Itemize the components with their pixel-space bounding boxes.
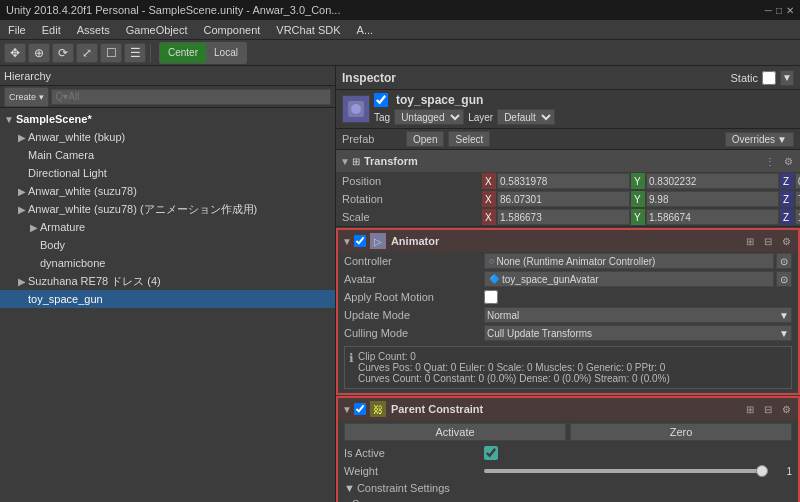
pc-enabled-checkbox[interactable]: [354, 403, 366, 415]
hierarchy-item-samplescene[interactable]: ▼ SampleScene*: [0, 110, 335, 128]
animator-settings-btn[interactable]: ⚙: [778, 233, 794, 249]
animator-component: ▼ ▷ Animator ⊞ ⊟ ⚙ Controller ○: [336, 228, 800, 395]
transform-header[interactable]: ▼ ⊞ Transform ⋮ ⚙: [336, 150, 800, 172]
hierarchy-item-suzuhana[interactable]: ▶ Suzuhana RE78 ドレス (4): [0, 272, 335, 290]
scale-y-label: Y: [631, 209, 645, 225]
window-controls: ─ □ ✕: [765, 5, 794, 16]
menu-vrchat-sdk[interactable]: VRChat SDK: [268, 22, 348, 38]
hierarchy-item-dynamicbone[interactable]: ▶ dynamicbone: [0, 254, 335, 272]
pc-settings-btn[interactable]: ⚙: [778, 401, 794, 417]
culling-mode-dropdown[interactable]: Cull Update Transforms ▼: [484, 325, 792, 341]
culling-mode-text: Cull Update Transforms: [487, 328, 592, 339]
transform-settings-btn[interactable]: ⚙: [780, 153, 796, 169]
parent-constraint-header[interactable]: ▼ ⛓ Parent Constraint ⊞ ⊟ ⚙: [338, 398, 798, 420]
hierarchy-item-armature[interactable]: ▶ Armature: [0, 218, 335, 236]
apply-root-motion-checkbox[interactable]: [484, 290, 498, 304]
position-value: X Y Z: [482, 173, 800, 189]
sources-label: Sources: [352, 498, 392, 502]
local-btn[interactable]: Local: [206, 43, 246, 63]
hierarchy-item-dir-light[interactable]: ▶ Transform Directional Light: [0, 164, 335, 182]
weight-slider-fill: [484, 469, 768, 473]
weight-slider-track[interactable]: [484, 469, 768, 473]
tool-transform[interactable]: ☰: [124, 43, 146, 63]
weight-slider-thumb[interactable]: [756, 465, 768, 477]
controller-pick-btn[interactable]: ⊙: [776, 253, 792, 269]
tool-rotate[interactable]: ⟳: [52, 43, 74, 63]
scale-x-field[interactable]: [497, 209, 630, 225]
menu-file[interactable]: File: [0, 22, 34, 38]
animator-header[interactable]: ▼ ▷ Animator ⊞ ⊟ ⚙: [338, 230, 798, 252]
rot-x-field[interactable]: [497, 191, 630, 207]
tool-move[interactable]: ⊕: [28, 43, 50, 63]
controller-ref-text: None (Runtime Animator Controller): [496, 256, 655, 267]
update-mode-arrow: ▼: [779, 310, 789, 321]
controller-ref[interactable]: ○ None (Runtime Animator Controller): [484, 253, 774, 269]
controller-value: ○ None (Runtime Animator Controller) ⊙: [484, 253, 792, 269]
center-btn[interactable]: Center: [160, 43, 206, 63]
hierarchy-item-anwar-white[interactable]: ▶ Anwar_white (suzu78): [0, 182, 335, 200]
expand-arrow-body: ▶: [30, 240, 38, 251]
title-bar: Unity 2018.4.20f1 Personal - SampleScene…: [0, 0, 800, 20]
transform-menu-btn[interactable]: ⋮: [762, 153, 778, 169]
pc-activate-btn[interactable]: Activate: [344, 423, 566, 441]
static-checkbox[interactable]: [762, 71, 776, 85]
avatar-ref[interactable]: 🔷 toy_space_gunAvatar: [484, 271, 774, 287]
position-label: Position: [342, 175, 482, 187]
menu-more[interactable]: A...: [349, 22, 382, 38]
tool-hand[interactable]: ✥: [4, 43, 26, 63]
pc-zero-btn[interactable]: Zero: [570, 423, 792, 441]
pc-lock-btn[interactable]: ⊟: [760, 401, 776, 417]
prefab-overrides-btn[interactable]: Overrides ▼: [725, 132, 794, 147]
inspector-header: Inspector Static ▼: [336, 66, 800, 90]
menu-edit[interactable]: Edit: [34, 22, 69, 38]
scale-label: Scale: [342, 211, 482, 223]
hierarchy-item-toy-space-gun[interactable]: ▶ toy_space_gun: [0, 290, 335, 308]
hierarchy-toolbar: Create ▾: [0, 86, 335, 108]
menu-gameobject[interactable]: GameObject: [118, 22, 196, 38]
constraint-settings-header[interactable]: ▼ Constraint Settings: [338, 480, 798, 496]
update-mode-row: Update Mode Normal ▼: [338, 306, 798, 324]
hier-label-anwar-bkup: Anwar_white (bkup): [28, 131, 125, 143]
layer-dropdown[interactable]: Default: [497, 109, 555, 125]
create-btn[interactable]: Create ▾: [4, 87, 49, 107]
rot-z-field[interactable]: [795, 191, 800, 207]
parent-constraint-component: ▼ ⛓ Parent Constraint ⊞ ⊟ ⚙ Activate Zer…: [336, 396, 800, 502]
scale-y-field[interactable]: [646, 209, 779, 225]
animator-enabled-checkbox[interactable]: [354, 235, 366, 247]
weight-label: Weight: [344, 465, 484, 477]
scale-z-field[interactable]: [795, 209, 800, 225]
animator-menu-btn[interactable]: ⊞: [742, 233, 758, 249]
tool-scale[interactable]: ⤢: [76, 43, 98, 63]
tag-dropdown[interactable]: Untagged: [394, 109, 464, 125]
object-icon: [342, 95, 370, 123]
hierarchy-item-body[interactable]: ▶ Body: [0, 236, 335, 254]
rot-y-field[interactable]: [646, 191, 779, 207]
hierarchy-panel: Hierarchy Create ▾ ▼ SampleScene* ▶ Anwa…: [0, 66, 336, 502]
scale-value: X Y Z: [482, 209, 800, 225]
rotation-label: Rotation: [342, 193, 482, 205]
static-dropdown-btn[interactable]: ▼: [780, 70, 794, 86]
menu-assets[interactable]: Assets: [69, 22, 118, 38]
pos-z-field[interactable]: [795, 173, 800, 189]
menu-component[interactable]: Component: [195, 22, 268, 38]
hierarchy-search[interactable]: [51, 89, 331, 105]
tool-rect[interactable]: ☐: [100, 43, 122, 63]
pos-x-field[interactable]: [497, 173, 630, 189]
hier-label-dir-light-text: Directional Light: [28, 167, 107, 179]
object-enabled-checkbox[interactable]: [374, 93, 388, 107]
animator-info-box: ℹ Clip Count: 0 Curves Pos: 0 Quat: 0 Eu…: [344, 346, 792, 389]
hierarchy-item-anwar-bkup[interactable]: ▶ Anwar_white (bkup): [0, 128, 335, 146]
info-line3: Curves Count: 0 Constant: 0 (0.0%) Dense…: [358, 373, 670, 384]
pos-y-field[interactable]: [646, 173, 779, 189]
hierarchy-item-anwar-white-anim[interactable]: ▶ Anwar_white (suzu78) (アニメーション作成用): [0, 200, 335, 218]
pc-menu-btn[interactable]: ⊞: [742, 401, 758, 417]
hierarchy-item-main-camera[interactable]: ▶ Main Camera: [0, 146, 335, 164]
prefab-select-btn[interactable]: Select: [448, 131, 490, 147]
prefab-open-btn[interactable]: Open: [406, 131, 444, 147]
update-mode-dropdown[interactable]: Normal ▼: [484, 307, 792, 323]
expand-arrow-samplescene: ▼: [4, 114, 14, 125]
animator-lock-btn[interactable]: ⊟: [760, 233, 776, 249]
is-active-checkbox[interactable]: [484, 446, 498, 460]
apply-root-motion-value: [484, 290, 792, 304]
avatar-pick-btn[interactable]: ⊙: [776, 271, 792, 287]
